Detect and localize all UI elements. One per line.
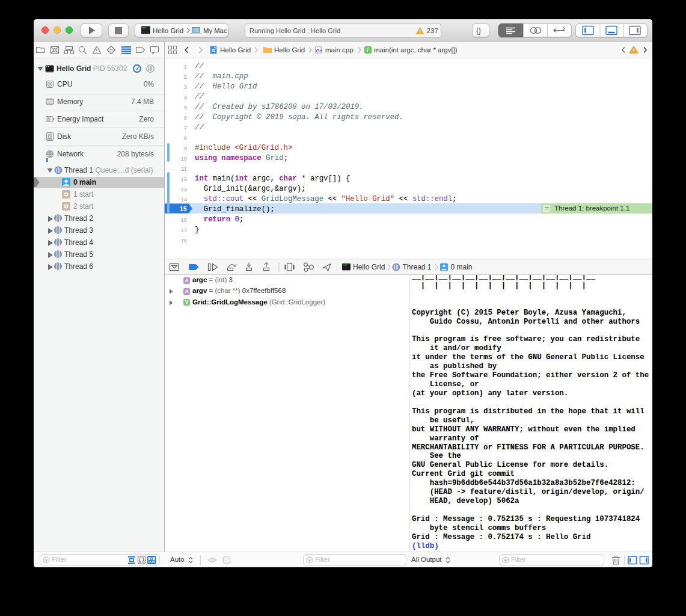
svg-text:G+: G+ [316, 48, 323, 54]
svg-text:{}: {} [476, 26, 481, 35]
svg-text:main.cpp: main.cpp [325, 46, 354, 54]
svg-text:0 main: 0 main [451, 263, 473, 271]
svg-text:Hello Grid: Hello Grid [353, 263, 385, 271]
svg-text:Hello Grid: Hello Grid [220, 46, 251, 54]
svg-text:My Mac: My Mac [203, 27, 227, 34]
svg-text:Thread 1: Thread 1 [403, 263, 432, 271]
svg-text:main(int argc, char * argv[]): main(int argc, char * argv[]) [374, 46, 458, 54]
svg-text:Hello Grid: Hello Grid [274, 46, 305, 54]
svg-text:Hello Grid: Hello Grid [153, 27, 183, 34]
